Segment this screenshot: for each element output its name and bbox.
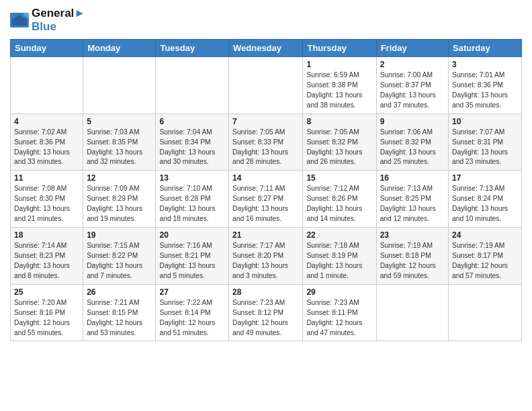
- weekday-header: Tuesday: [156, 40, 229, 57]
- day-number: 3: [452, 60, 518, 69]
- day-info: Sunrise: 7:18 AM Sunset: 8:19 PM Dayligh…: [306, 241, 372, 281]
- calendar-cell: [156, 57, 229, 114]
- calendar-cell: 7Sunrise: 7:05 AM Sunset: 8:33 PM Daylig…: [229, 113, 303, 171]
- calendar-header-row: SundayMondayTuesdayWednesdayThursdayFrid…: [11, 40, 522, 57]
- calendar-cell: 28Sunrise: 7:23 AM Sunset: 8:12 PM Dayli…: [229, 284, 303, 341]
- calendar-cell: 4Sunrise: 7:02 AM Sunset: 8:36 PM Daylig…: [11, 113, 83, 171]
- calendar-cell: [229, 57, 303, 114]
- day-info: Sunrise: 7:23 AM Sunset: 8:12 PM Dayligh…: [232, 298, 299, 338]
- calendar-cell: 22Sunrise: 7:18 AM Sunset: 8:19 PM Dayli…: [303, 228, 376, 285]
- day-info: Sunrise: 7:06 AM Sunset: 8:32 PM Dayligh…: [380, 128, 445, 168]
- day-info: Sunrise: 7:04 AM Sunset: 8:34 PM Dayligh…: [159, 128, 225, 168]
- calendar-cell: 29Sunrise: 7:23 AM Sunset: 8:11 PM Dayli…: [303, 284, 376, 341]
- logo-icon: [10, 13, 29, 28]
- day-info: Sunrise: 7:03 AM Sunset: 8:35 PM Dayligh…: [87, 128, 152, 168]
- day-info: Sunrise: 7:23 AM Sunset: 8:11 PM Dayligh…: [306, 298, 372, 338]
- calendar-cell: 19Sunrise: 7:15 AM Sunset: 8:22 PM Dayli…: [83, 228, 156, 285]
- calendar-cell: 14Sunrise: 7:11 AM Sunset: 8:27 PM Dayli…: [229, 171, 303, 228]
- weekday-header: Friday: [376, 40, 448, 57]
- calendar-cell: 26Sunrise: 7:21 AM Sunset: 8:15 PM Dayli…: [83, 284, 156, 341]
- calendar-cell: [376, 284, 448, 341]
- calendar-cell: 16Sunrise: 7:13 AM Sunset: 8:25 PM Dayli…: [376, 171, 448, 228]
- calendar-cell: 12Sunrise: 7:09 AM Sunset: 8:29 PM Dayli…: [83, 171, 156, 228]
- calendar-cell: [11, 57, 83, 114]
- calendar-cell: 21Sunrise: 7:17 AM Sunset: 8:20 PM Dayli…: [229, 228, 303, 285]
- day-number: 8: [306, 117, 372, 126]
- calendar-cell: 17Sunrise: 7:13 AM Sunset: 8:24 PM Dayli…: [449, 171, 522, 228]
- calendar-week-row: 18Sunrise: 7:14 AM Sunset: 8:23 PM Dayli…: [11, 228, 522, 285]
- weekday-header: Thursday: [303, 40, 376, 57]
- calendar-cell: 23Sunrise: 7:19 AM Sunset: 8:18 PM Dayli…: [376, 228, 448, 285]
- day-info: Sunrise: 7:09 AM Sunset: 8:29 PM Dayligh…: [87, 184, 152, 224]
- calendar-week-row: 1Sunrise: 6:59 AM Sunset: 8:38 PM Daylig…: [11, 57, 522, 114]
- day-number: 21: [232, 230, 299, 240]
- day-info: Sunrise: 7:05 AM Sunset: 8:32 PM Dayligh…: [306, 128, 372, 168]
- day-number: 22: [306, 230, 372, 240]
- weekday-header: Wednesday: [229, 40, 303, 57]
- day-info: Sunrise: 7:08 AM Sunset: 8:30 PM Dayligh…: [14, 184, 79, 224]
- calendar-cell: 18Sunrise: 7:14 AM Sunset: 8:23 PM Dayli…: [11, 228, 83, 285]
- day-info: Sunrise: 7:00 AM Sunset: 8:37 PM Dayligh…: [380, 71, 445, 111]
- calendar-cell: 6Sunrise: 7:04 AM Sunset: 8:34 PM Daylig…: [156, 113, 229, 171]
- calendar-cell: 15Sunrise: 7:12 AM Sunset: 8:26 PM Dayli…: [303, 171, 376, 228]
- weekday-header: Monday: [83, 40, 156, 57]
- calendar-cell: 27Sunrise: 7:22 AM Sunset: 8:14 PM Dayli…: [156, 284, 229, 341]
- day-info: Sunrise: 7:20 AM Sunset: 8:16 PM Dayligh…: [14, 298, 79, 338]
- day-number: 18: [14, 230, 79, 240]
- calendar-cell: 10Sunrise: 7:07 AM Sunset: 8:31 PM Dayli…: [449, 113, 522, 171]
- day-info: Sunrise: 7:19 AM Sunset: 8:17 PM Dayligh…: [452, 241, 518, 281]
- day-number: 2: [380, 60, 445, 69]
- day-info: Sunrise: 7:13 AM Sunset: 8:24 PM Dayligh…: [452, 184, 518, 224]
- calendar-cell: 3Sunrise: 7:01 AM Sunset: 8:36 PM Daylig…: [449, 57, 522, 114]
- day-number: 6: [159, 117, 225, 126]
- day-info: Sunrise: 7:16 AM Sunset: 8:21 PM Dayligh…: [159, 241, 225, 281]
- day-number: 14: [232, 173, 299, 183]
- weekday-header: Sunday: [11, 40, 83, 57]
- calendar-week-row: 11Sunrise: 7:08 AM Sunset: 8:30 PM Dayli…: [11, 171, 522, 228]
- day-number: 26: [87, 287, 152, 297]
- day-info: Sunrise: 7:13 AM Sunset: 8:25 PM Dayligh…: [380, 184, 445, 224]
- day-number: 29: [306, 287, 372, 297]
- logo-text: General► Blue: [32, 7, 85, 34]
- day-info: Sunrise: 7:19 AM Sunset: 8:18 PM Dayligh…: [380, 241, 445, 281]
- calendar-cell: 8Sunrise: 7:05 AM Sunset: 8:32 PM Daylig…: [303, 113, 376, 171]
- logo: General► Blue: [10, 7, 85, 34]
- day-number: 15: [306, 173, 372, 183]
- calendar-cell: 25Sunrise: 7:20 AM Sunset: 8:16 PM Dayli…: [11, 284, 83, 341]
- day-number: 27: [159, 287, 225, 297]
- day-number: 10: [452, 117, 518, 126]
- calendar-week-row: 25Sunrise: 7:20 AM Sunset: 8:16 PM Dayli…: [11, 284, 522, 341]
- day-info: Sunrise: 7:21 AM Sunset: 8:15 PM Dayligh…: [87, 298, 152, 338]
- calendar-cell: 11Sunrise: 7:08 AM Sunset: 8:30 PM Dayli…: [11, 171, 83, 228]
- day-info: Sunrise: 7:07 AM Sunset: 8:31 PM Dayligh…: [452, 128, 518, 168]
- weekday-header: Saturday: [449, 40, 522, 57]
- calendar-cell: 24Sunrise: 7:19 AM Sunset: 8:17 PM Dayli…: [449, 228, 522, 285]
- day-number: 24: [452, 230, 518, 240]
- day-info: Sunrise: 7:01 AM Sunset: 8:36 PM Dayligh…: [452, 71, 518, 111]
- calendar-cell: [449, 284, 522, 341]
- day-number: 28: [232, 287, 299, 297]
- day-number: 19: [87, 230, 152, 240]
- day-info: Sunrise: 7:02 AM Sunset: 8:36 PM Dayligh…: [14, 128, 79, 168]
- calendar-cell: [83, 57, 156, 114]
- day-info: Sunrise: 7:12 AM Sunset: 8:26 PM Dayligh…: [306, 184, 372, 224]
- day-info: Sunrise: 7:22 AM Sunset: 8:14 PM Dayligh…: [159, 298, 225, 338]
- calendar-cell: 2Sunrise: 7:00 AM Sunset: 8:37 PM Daylig…: [376, 57, 448, 114]
- day-info: Sunrise: 7:10 AM Sunset: 8:28 PM Dayligh…: [159, 184, 225, 224]
- day-info: Sunrise: 7:11 AM Sunset: 8:27 PM Dayligh…: [232, 184, 299, 224]
- day-number: 4: [14, 117, 79, 126]
- day-number: 5: [87, 117, 152, 126]
- day-info: Sunrise: 7:05 AM Sunset: 8:33 PM Dayligh…: [232, 128, 299, 168]
- calendar-table: SundayMondayTuesdayWednesdayThursdayFrid…: [10, 39, 522, 341]
- day-number: 25: [14, 287, 79, 297]
- calendar-cell: 5Sunrise: 7:03 AM Sunset: 8:35 PM Daylig…: [83, 113, 156, 171]
- calendar-cell: 13Sunrise: 7:10 AM Sunset: 8:28 PM Dayli…: [156, 171, 229, 228]
- day-number: 12: [87, 173, 152, 183]
- calendar-cell: 1Sunrise: 6:59 AM Sunset: 8:38 PM Daylig…: [303, 57, 376, 114]
- day-number: 1: [306, 60, 372, 69]
- day-number: 9: [380, 117, 445, 126]
- day-number: 11: [14, 173, 79, 183]
- day-info: Sunrise: 7:14 AM Sunset: 8:23 PM Dayligh…: [14, 241, 79, 281]
- day-number: 20: [159, 230, 225, 240]
- calendar-week-row: 4Sunrise: 7:02 AM Sunset: 8:36 PM Daylig…: [11, 113, 522, 171]
